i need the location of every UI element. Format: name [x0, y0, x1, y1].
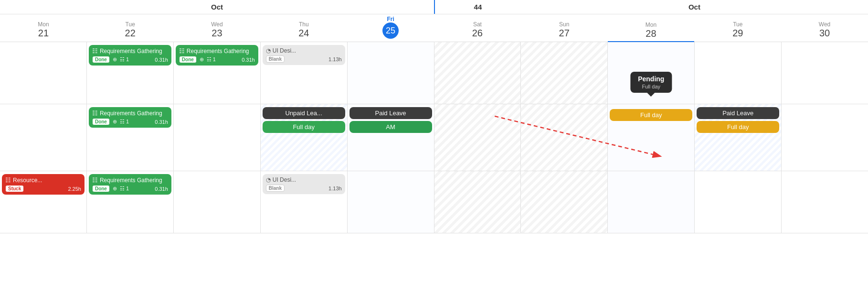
- leave-unpaid-thu24[interactable]: Unpaid Lea...: [263, 107, 345, 119]
- calendar-row-2: ☷ Requirements Gathering Done ⊕ ☷ 1 0.31…: [0, 104, 868, 171]
- header-mon28: Mon 28: [608, 22, 695, 42]
- cell-row3-mon21[interactable]: ☷ Resource... Stuck 2.25h: [0, 171, 87, 233]
- leave-paid-fri25[interactable]: Paid Leave: [349, 107, 432, 119]
- leave-subtitle: Full day: [293, 123, 315, 131]
- status-badge-done: Done: [92, 118, 110, 125]
- event-requirements-gathering-r1t22[interactable]: ☷ Requirements Gathering Done ⊕ ☷ 1 0.31…: [89, 45, 171, 66]
- subtask-count-icon: ☷ 1: [207, 56, 216, 63]
- day-num-thu24: 24: [260, 28, 347, 39]
- cell-row2-wed30: [782, 104, 868, 171]
- time-value: 1.13h: [328, 56, 342, 62]
- subtask-icon: ⊕: [113, 56, 117, 63]
- cell-row2-tue29[interactable]: Paid Leave Full day: [695, 104, 782, 171]
- calendar-wrapper: Oct 44 Oct Mon 21 Tue 22 Wed 23 Thu 24: [0, 0, 868, 285]
- month-left-text: Oct: [211, 3, 223, 11]
- leave-subtitle: AM: [386, 123, 395, 131]
- event-title-text: UI Desi...: [273, 47, 296, 54]
- status-badge-done: Done: [179, 56, 197, 63]
- cell-row2-sat26: [434, 104, 521, 171]
- event-ui-design-r3t24[interactable]: ◔ UI Desi... Blank 1.13h: [263, 174, 345, 194]
- event-meta: Done ⊕ ☷ 1 0.31h: [92, 118, 168, 125]
- event-meta: Blank 1.13h: [266, 55, 342, 63]
- day-num-wed23: 23: [174, 28, 261, 39]
- subtask-icon: ⊕: [113, 186, 117, 192]
- event-requirements-gathering-r3t22[interactable]: ☷ Requirements Gathering Done ⊕ ☷ 1 0.31…: [89, 174, 171, 195]
- leave-am-fri25[interactable]: AM: [349, 121, 432, 133]
- leave-subtitle: Full day: [640, 111, 662, 119]
- tooltip-subtitle: Full day: [638, 84, 664, 89]
- event-requirements-gathering-r2t22[interactable]: ☷ Requirements Gathering Done ⊕ ☷ 1 0.31…: [89, 107, 171, 128]
- cell-row1-mon21: [0, 42, 87, 104]
- cell-row1-sun27: [521, 42, 608, 104]
- day-name-tue29: Tue: [694, 21, 781, 28]
- leave-fullday-thu24[interactable]: Full day: [263, 121, 345, 133]
- day-name-wed30: Wed: [781, 21, 868, 28]
- day-num-fri25: 25: [382, 22, 399, 39]
- day-name-wed23: Wed: [174, 21, 261, 28]
- cell-row2-fri25[interactable]: Paid Leave AM: [348, 104, 434, 171]
- cell-row2-mon28[interactable]: Pending Full day Full day: [608, 104, 695, 171]
- event-title-text: Requirements Gathering: [100, 177, 162, 184]
- event-title: ☷ Requirements Gathering: [92, 110, 168, 117]
- event-title: ☷ Requirements Gathering: [92, 176, 168, 184]
- day-num-tue22: 22: [87, 28, 174, 39]
- header-tue22: Tue 22: [87, 21, 174, 42]
- clock-icon: ◔: [266, 176, 271, 183]
- header-sat26: Sat 26: [434, 21, 521, 42]
- event-title: ☷ Requirements Gathering: [179, 47, 255, 55]
- header-thu24: Thu 24: [260, 21, 347, 42]
- clock-icon: ◔: [266, 47, 271, 54]
- leave-fullday-tue29[interactable]: Full day: [697, 121, 779, 133]
- subtask-icon: ⊕: [113, 119, 117, 125]
- event-ui-design-r1t24[interactable]: ◔ UI Desi... Blank 1.13h: [263, 45, 345, 65]
- cell-row1-tue29: [695, 42, 782, 104]
- cell-row1-fri25: [348, 42, 434, 104]
- day-name-mon21: Mon: [0, 21, 87, 28]
- subtask-count-icon: ☷ 1: [120, 186, 129, 192]
- cell-row1-sat26: [434, 42, 521, 104]
- event-requirements-gathering-r1w23[interactable]: ☷ Requirements Gathering Done ⊕ ☷ 1 0.31…: [176, 45, 258, 66]
- subtask-icon: ⊕: [200, 56, 204, 63]
- checklist-icon: ☷: [92, 176, 98, 184]
- cell-row1-thu24[interactable]: ◔ UI Desi... Blank 1.13h: [261, 42, 348, 104]
- leave-paid-tue29[interactable]: Paid Leave: [697, 107, 779, 119]
- week-number: 44: [434, 0, 521, 14]
- calendar-row-3: ☷ Resource... Stuck 2.25h ☷ Requirements…: [0, 171, 868, 233]
- checklist-icon: ☷: [92, 47, 98, 55]
- event-title-text: Requirements Gathering: [187, 48, 249, 55]
- tooltip-pending: Pending Full day: [630, 72, 672, 93]
- cell-row2-thu24[interactable]: Unpaid Lea... Full day: [261, 104, 348, 171]
- event-meta: Blank 1.13h: [266, 185, 342, 192]
- header-wed23: Wed 23: [174, 21, 261, 42]
- event-resource-r3m21[interactable]: ☷ Resource... Stuck 2.25h: [2, 174, 85, 195]
- status-badge-done: Done: [92, 185, 110, 192]
- day-num-tue29: 29: [694, 28, 781, 39]
- event-meta: Done ⊕ ☷ 1 0.31h: [92, 56, 168, 63]
- event-title: ◔ UI Desi...: [266, 47, 342, 54]
- cell-row3-tue22[interactable]: ☷ Requirements Gathering Done ⊕ ☷ 1 0.31…: [87, 171, 174, 233]
- event-meta: Done ⊕ ☷ 1 0.31h: [179, 56, 255, 63]
- cell-row1-tue22[interactable]: ☷ Requirements Gathering Done ⊕ ☷ 1 0.31…: [87, 42, 174, 104]
- header-sun27: Sun 27: [521, 21, 608, 42]
- leave-fullday-mon28[interactable]: Full day: [610, 109, 692, 121]
- tooltip-arrow: [647, 93, 655, 97]
- cell-row3-thu24[interactable]: ◔ UI Desi... Blank 1.13h: [261, 171, 348, 233]
- day-num-wed30: 30: [781, 28, 868, 39]
- day-num-sat26: 26: [434, 28, 521, 39]
- calendar-row-1: ☷ Requirements Gathering Done ⊕ ☷ 1 0.31…: [0, 42, 868, 104]
- event-title-text: Requirements Gathering: [100, 110, 162, 117]
- cell-row1-wed23[interactable]: ☷ Requirements Gathering Done ⊕ ☷ 1 0.31…: [174, 42, 261, 104]
- cell-row3-mon28: [608, 171, 695, 233]
- cell-row3-wed30: [782, 171, 868, 233]
- day-name-sun27: Sun: [521, 21, 608, 28]
- event-title: ☷ Resource...: [5, 176, 81, 184]
- cell-row2-tue22[interactable]: ☷ Requirements Gathering Done ⊕ ☷ 1 0.31…: [87, 104, 174, 171]
- checklist-icon: ☷: [179, 47, 185, 55]
- day-header-row: Mon 21 Tue 22 Wed 23 Thu 24 Fri 25 Sat 2…: [0, 14, 868, 42]
- event-title-text: Requirements Gathering: [100, 48, 162, 55]
- subtask-count-icon: ☷ 1: [120, 56, 129, 63]
- event-meta: Stuck 2.25h: [5, 185, 81, 192]
- event-meta: Done ⊕ ☷ 1 0.31h: [92, 185, 168, 192]
- header-tue29: Tue 29: [694, 21, 781, 42]
- event-title-text: Resource...: [13, 177, 42, 184]
